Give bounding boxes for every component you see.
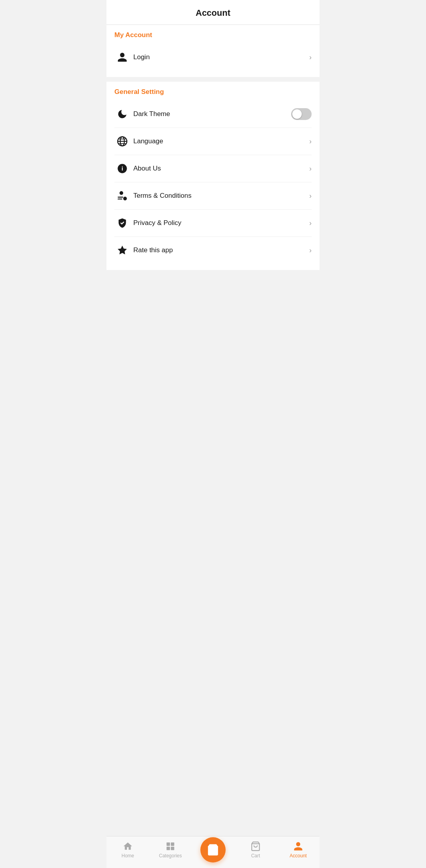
nav-account-label: Account: [290, 853, 306, 859]
nav-categories-label: Categories: [159, 853, 182, 859]
svg-point-7: [120, 191, 123, 195]
my-account-title: My Account: [114, 31, 312, 39]
general-setting-title: General Setting: [114, 88, 312, 96]
terms-arrow: ›: [309, 192, 312, 200]
nav-home-label: Home: [121, 853, 134, 859]
rate-label: Rate this app: [133, 246, 306, 254]
rate-menu-item[interactable]: Rate this app ›: [114, 237, 312, 264]
language-menu-item[interactable]: Language ›: [114, 128, 312, 155]
page-title: Account: [113, 8, 313, 18]
globe-icon: [114, 133, 130, 149]
about-us-label: About Us: [133, 165, 306, 172]
svg-text:i: i: [121, 165, 123, 172]
nav-cart-label: Cart: [251, 853, 260, 859]
nav-categories[interactable]: Categories: [149, 840, 192, 860]
moon-icon: [114, 106, 130, 122]
svg-rect-12: [124, 199, 126, 200]
nav-home[interactable]: Home: [106, 840, 149, 860]
about-us-arrow: ›: [309, 165, 312, 173]
svg-rect-15: [166, 847, 170, 850]
toggle-slider: [291, 108, 312, 120]
nav-center-button[interactable]: [200, 837, 226, 862]
privacy-menu-item[interactable]: Privacy & Policy ›: [114, 210, 312, 237]
svg-rect-14: [171, 842, 174, 846]
terms-menu-item[interactable]: Terms & Conditions ›: [114, 182, 312, 210]
nav-account[interactable]: Account: [277, 840, 320, 860]
account-nav-icon: [293, 841, 303, 851]
language-arrow: ›: [309, 137, 312, 146]
svg-rect-8: [118, 197, 123, 197]
svg-rect-9: [118, 199, 122, 199]
dark-theme-menu-item[interactable]: Dark Theme: [114, 101, 312, 128]
shield-icon: [114, 215, 130, 231]
login-label: Login: [133, 53, 306, 61]
dark-theme-toggle[interactable]: [291, 108, 312, 120]
star-icon: [114, 242, 130, 258]
bag-smile-icon: [206, 843, 220, 857]
login-arrow: ›: [309, 53, 312, 62]
user-icon: [114, 49, 130, 65]
info-icon: i: [114, 161, 130, 176]
svg-point-19: [214, 848, 215, 849]
terms-label: Terms & Conditions: [133, 192, 306, 200]
cart-icon: [250, 841, 261, 851]
rate-arrow: ›: [309, 246, 312, 255]
page-header: Account: [106, 0, 320, 25]
terms-icon: [114, 188, 130, 204]
privacy-arrow: ›: [309, 219, 312, 227]
dark-theme-toggle-container: [291, 108, 312, 120]
privacy-label: Privacy & Policy: [133, 219, 306, 227]
home-icon: [123, 841, 133, 851]
nav-cart[interactable]: Cart: [234, 840, 277, 860]
categories-icon: [165, 841, 176, 851]
language-label: Language: [133, 137, 306, 145]
svg-rect-16: [171, 847, 174, 850]
login-menu-item[interactable]: Login ›: [114, 44, 312, 71]
about-us-menu-item[interactable]: i About Us ›: [114, 155, 312, 182]
dark-theme-label: Dark Theme: [133, 110, 291, 118]
my-account-section: My Account Login ›: [106, 25, 320, 77]
svg-point-18: [211, 848, 212, 849]
general-setting-section: General Setting Dark Theme: [106, 82, 320, 270]
svg-rect-13: [166, 842, 170, 846]
bottom-nav: Home Categories Cart: [106, 836, 320, 868]
